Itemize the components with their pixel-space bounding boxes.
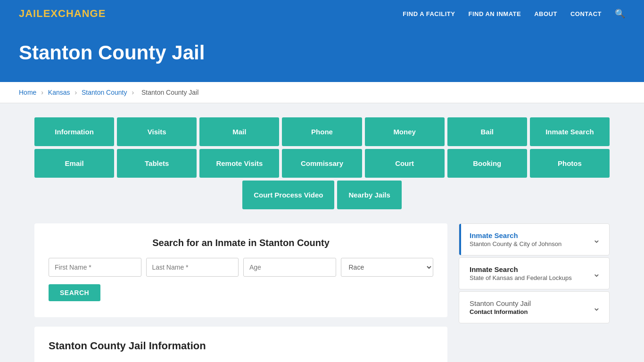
chevron-down-icon-contact: ⌄ bbox=[593, 302, 601, 313]
sidebar-card-inmate-kansas: Inmate Search State of Kansas and Federa… bbox=[459, 257, 610, 289]
breadcrumb-home[interactable]: Home bbox=[19, 89, 36, 96]
sidebar-card-title-contact: Stanton County Jail bbox=[470, 299, 531, 307]
button-grid-row2: Email Tablets Remote Visits Commissary C… bbox=[34, 149, 610, 178]
logo[interactable]: JAILEXCHANGE bbox=[19, 8, 106, 20]
search-title: Search for an Inmate in Stanton County bbox=[49, 238, 433, 248]
sidebar-card-title-inmate-stanton: Inmate Search bbox=[470, 231, 561, 239]
search-icon[interactable]: 🔍 bbox=[615, 8, 625, 19]
hero-section: Stanton County Jail bbox=[0, 27, 644, 82]
chevron-down-icon-kansas: ⌄ bbox=[593, 268, 601, 279]
race-select[interactable]: Race bbox=[341, 258, 434, 277]
search-fields: Race bbox=[49, 258, 433, 277]
btn-email[interactable]: Email bbox=[34, 149, 114, 178]
btn-information[interactable]: Information bbox=[34, 117, 114, 146]
button-grid-row3: Court Process Video Nearby Jails bbox=[34, 181, 610, 209]
btn-money[interactable]: Money bbox=[365, 117, 445, 146]
btn-court-process-video[interactable]: Court Process Video bbox=[242, 181, 334, 209]
btn-visits[interactable]: Visits bbox=[117, 117, 197, 146]
last-name-input[interactable] bbox=[146, 258, 239, 277]
logo-exchange: EXCHANGE bbox=[43, 8, 106, 19]
sidebar-card-subtitle-inmate-kansas: State of Kansas and Federal Lockups bbox=[470, 274, 572, 281]
sidebar-card-title-inmate-kansas: Inmate Search bbox=[470, 265, 572, 273]
sidebar-card-header-inmate-stanton[interactable]: Inmate Search Stanton County & City of J… bbox=[459, 224, 609, 255]
btn-mail[interactable]: Mail bbox=[199, 117, 279, 146]
info-title: Stanton County Jail Information bbox=[49, 340, 433, 352]
age-input[interactable] bbox=[243, 258, 336, 277]
breadcrumb-sep-2: › bbox=[74, 89, 77, 96]
breadcrumb-sep-1: › bbox=[41, 89, 43, 96]
btn-nearby-jails[interactable]: Nearby Jails bbox=[337, 181, 401, 209]
btn-tablets[interactable]: Tablets bbox=[117, 149, 197, 178]
sidebar-card-contact: Stanton County Jail Contact Information … bbox=[459, 291, 610, 323]
btn-booking[interactable]: Booking bbox=[447, 149, 527, 178]
lower-section: Search for an Inmate in Stanton County R… bbox=[34, 223, 610, 362]
breadcrumb-sep-3: › bbox=[132, 89, 134, 96]
sidebar-card-header-contact[interactable]: Stanton County Jail Contact Information … bbox=[459, 292, 609, 323]
nav-find-inmate[interactable]: FIND AN INMATE bbox=[468, 10, 521, 17]
nav-contact[interactable]: CONTACT bbox=[570, 10, 602, 17]
btn-commissary[interactable]: Commissary bbox=[282, 149, 362, 178]
btn-inmate-search[interactable]: Inmate Search bbox=[530, 117, 610, 146]
sidebar-card-subtitle-contact: Contact Information bbox=[470, 308, 531, 315]
navbar: JAILEXCHANGE FIND A FACILITY FIND AN INM… bbox=[0, 0, 644, 27]
button-grid-row1: Information Visits Mail Phone Money Bail… bbox=[34, 117, 610, 146]
first-name-input[interactable] bbox=[49, 258, 141, 277]
btn-photos[interactable]: Photos bbox=[530, 149, 610, 178]
logo-jail: JAIL bbox=[19, 8, 43, 19]
nav-links: FIND A FACILITY FIND AN INMATE ABOUT CON… bbox=[403, 8, 625, 19]
nav-about[interactable]: ABOUT bbox=[534, 10, 557, 17]
breadcrumb-stanton-county[interactable]: Stanton County bbox=[82, 89, 127, 96]
breadcrumb: Home › Kansas › Stanton County › Stanton… bbox=[0, 82, 644, 103]
btn-bail[interactable]: Bail bbox=[447, 117, 527, 146]
search-panel: Search for an Inmate in Stanton County R… bbox=[34, 223, 447, 317]
sidebar-card-header-inmate-kansas[interactable]: Inmate Search State of Kansas and Federa… bbox=[459, 258, 609, 289]
nav-find-facility[interactable]: FIND A FACILITY bbox=[403, 10, 455, 17]
search-button[interactable]: SEARCH bbox=[49, 284, 100, 301]
chevron-down-icon-stanton: ⌄ bbox=[593, 234, 601, 245]
btn-court[interactable]: Court bbox=[365, 149, 445, 178]
page-title: Stanton County Jail bbox=[19, 41, 625, 64]
btn-phone[interactable]: Phone bbox=[282, 117, 362, 146]
sidebar-card-subtitle-inmate-stanton: Stanton County & City of Johnson bbox=[470, 240, 561, 247]
info-section: Stanton County Jail Information bbox=[34, 327, 447, 362]
sidebar: Inmate Search Stanton County & City of J… bbox=[459, 223, 610, 362]
sidebar-card-inmate-stanton: Inmate Search Stanton County & City of J… bbox=[459, 223, 610, 255]
btn-remote-visits[interactable]: Remote Visits bbox=[199, 149, 279, 178]
breadcrumb-current: Stanton County Jail bbox=[141, 89, 198, 96]
main-container: Information Visits Mail Phone Money Bail… bbox=[16, 103, 628, 362]
breadcrumb-kansas[interactable]: Kansas bbox=[48, 89, 70, 96]
